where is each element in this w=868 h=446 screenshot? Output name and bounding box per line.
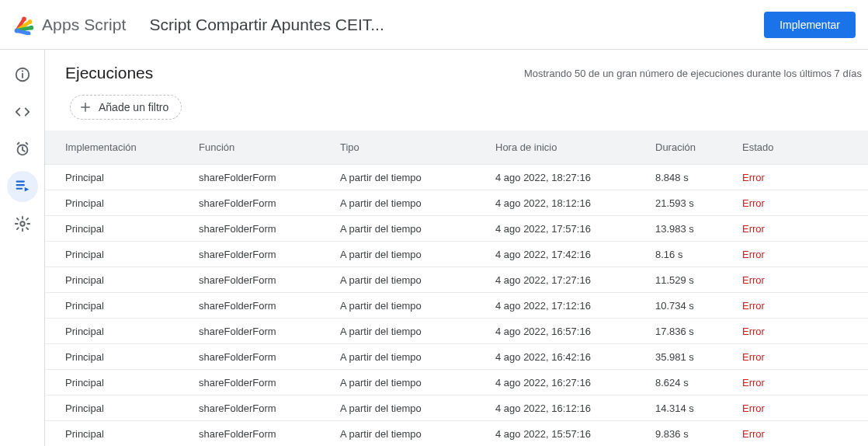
cell-dur: 17.836 s (655, 326, 742, 337)
apps-script-logo-icon (12, 12, 36, 37)
cell-dur: 10.734 s (655, 300, 742, 312)
cell-impl: Principal (65, 326, 199, 337)
cell-impl: Principal (65, 249, 199, 260)
cell-type: A partir del tiempo (340, 351, 495, 363)
cell-start: 4 ago 2022, 16:27:16 (495, 377, 655, 389)
cell-status: Error (742, 326, 848, 337)
cell-status: Error (742, 351, 848, 363)
cell-dur: 21.593 s (655, 197, 742, 209)
table-row[interactable]: PrincipalshareFolderFormA partir del tie… (45, 395, 868, 421)
product-name: Apps Script (42, 16, 126, 34)
project-title[interactable]: Script Compartir Apuntes CEIT... (149, 16, 384, 34)
svg-point-2 (28, 19, 33, 24)
add-filter-chip[interactable]: Añade un filtro (70, 95, 182, 120)
nav-editor[interactable] (7, 96, 38, 127)
executions-table: Implementación Función Tipo Hora de inic… (45, 131, 868, 446)
nav-triggers[interactable] (7, 134, 38, 165)
clock-icon (14, 141, 31, 158)
cell-status: Error (742, 402, 848, 414)
cell-func: shareFolderForm (199, 300, 340, 312)
brand[interactable]: Apps Script (12, 12, 126, 37)
gear-icon (14, 215, 31, 232)
cell-impl: Principal (65, 402, 199, 414)
cell-dur: 35.981 s (655, 351, 742, 363)
cell-type: A partir del tiempo (340, 197, 495, 209)
table-row[interactable]: PrincipalshareFolderFormA partir del tie… (45, 267, 868, 293)
cell-dur: 9.836 s (655, 428, 742, 440)
cell-func: shareFolderForm (199, 172, 340, 183)
cell-impl: Principal (65, 377, 199, 389)
nav-overview[interactable] (7, 59, 38, 90)
nav-executions[interactable] (7, 171, 38, 202)
cell-type: A partir del tiempo (340, 402, 495, 414)
cell-start: 4 ago 2022, 16:12:16 (495, 402, 655, 414)
cell-status: Error (742, 300, 848, 312)
col-header-dur[interactable]: Duración (655, 141, 742, 153)
col-header-type[interactable]: Tipo (340, 141, 495, 153)
cell-func: shareFolderForm (199, 223, 340, 235)
app-header: Apps Script Script Compartir Apuntes CEI… (0, 0, 868, 50)
cell-start: 4 ago 2022, 17:42:16 (495, 249, 655, 260)
cell-impl: Principal (65, 223, 199, 235)
cell-func: shareFolderForm (199, 197, 340, 209)
executions-icon (14, 178, 31, 195)
cell-func: shareFolderForm (199, 428, 340, 440)
cell-status: Error (742, 249, 848, 260)
table-row[interactable]: PrincipalshareFolderFormA partir del tie… (45, 216, 868, 242)
add-filter-label: Añade un filtro (99, 101, 168, 113)
info-icon (14, 66, 31, 83)
svg-rect-6 (22, 73, 23, 78)
cell-status: Error (742, 274, 848, 286)
cell-start: 4 ago 2022, 18:27:16 (495, 172, 655, 183)
col-header-status[interactable]: Estado (742, 141, 848, 153)
cell-dur: 8.848 s (655, 172, 742, 183)
col-header-start[interactable]: Hora de inicio (495, 141, 655, 153)
cell-impl: Principal (65, 428, 199, 440)
col-header-func[interactable]: Función (199, 141, 340, 153)
cell-status: Error (742, 428, 848, 440)
table-row[interactable]: PrincipalshareFolderFormA partir del tie… (45, 344, 868, 370)
table-body: PrincipalshareFolderFormA partir del tie… (45, 165, 868, 446)
nav-settings[interactable] (7, 208, 38, 239)
left-nav (0, 50, 45, 446)
table-row[interactable]: PrincipalshareFolderFormA partir del tie… (45, 190, 868, 216)
cell-func: shareFolderForm (199, 249, 340, 260)
cell-type: A partir del tiempo (340, 326, 495, 337)
code-icon (14, 103, 31, 120)
cell-status: Error (742, 377, 848, 389)
table-row[interactable]: PrincipalshareFolderFormA partir del tie… (45, 242, 868, 267)
col-header-impl[interactable]: Implementación (65, 141, 199, 153)
table-row[interactable]: PrincipalshareFolderFormA partir del tie… (45, 319, 868, 344)
executions-summary: Mostrando 50 de un gran número de ejecuc… (524, 68, 862, 79)
table-row[interactable]: PrincipalshareFolderFormA partir del tie… (45, 293, 868, 319)
cell-type: A partir del tiempo (340, 249, 495, 260)
cell-type: A partir del tiempo (340, 428, 495, 440)
cell-dur: 13.983 s (655, 223, 742, 235)
cell-func: shareFolderForm (199, 326, 340, 337)
cell-start: 4 ago 2022, 16:57:16 (495, 326, 655, 337)
cell-start: 4 ago 2022, 16:42:16 (495, 351, 655, 363)
svg-point-1 (22, 17, 26, 22)
deploy-button[interactable]: Implementar (764, 12, 856, 38)
cell-impl: Principal (65, 197, 199, 209)
svg-point-3 (30, 26, 34, 30)
cell-func: shareFolderForm (199, 402, 340, 414)
cell-impl: Principal (65, 274, 199, 286)
main-content: Ejecuciones Mostrando 50 de un gran núme… (45, 50, 868, 446)
plus-icon (78, 100, 92, 114)
table-row[interactable]: PrincipalshareFolderFormA partir del tie… (45, 421, 868, 446)
svg-point-0 (15, 28, 19, 33)
table-row[interactable]: PrincipalshareFolderFormA partir del tie… (45, 165, 868, 190)
cell-type: A partir del tiempo (340, 274, 495, 286)
cell-impl: Principal (65, 351, 199, 363)
cell-type: A partir del tiempo (340, 172, 495, 183)
cell-func: shareFolderForm (199, 351, 340, 363)
table-row[interactable]: PrincipalshareFolderFormA partir del tie… (45, 370, 868, 395)
cell-status: Error (742, 223, 848, 235)
cell-dur: 11.529 s (655, 274, 742, 286)
cell-start: 4 ago 2022, 17:12:16 (495, 300, 655, 312)
cell-type: A partir del tiempo (340, 377, 495, 389)
svg-rect-7 (22, 71, 23, 72)
cell-status: Error (742, 172, 848, 183)
cell-dur: 8.624 s (655, 377, 742, 389)
